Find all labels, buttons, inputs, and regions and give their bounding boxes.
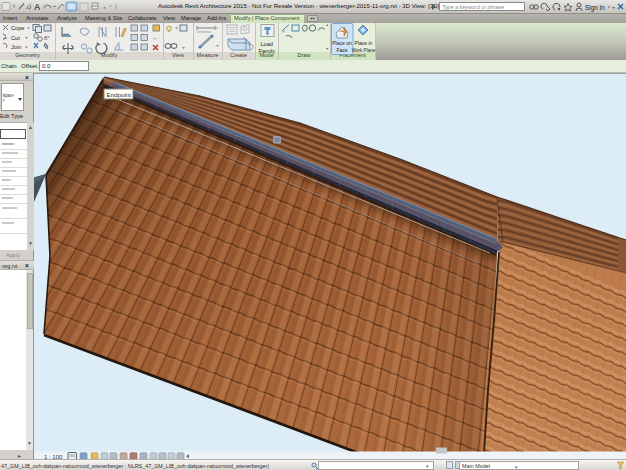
- svg-text:A: A: [34, 2, 41, 12]
- svg-text:Work Plane: Work Plane: [352, 47, 376, 52]
- svg-text:Endpoint: Endpoint: [107, 91, 132, 98]
- svg-text:Load: Load: [261, 40, 273, 46]
- svg-text:Join: Join: [11, 44, 21, 50]
- svg-text:8°: 8°: [44, 35, 50, 41]
- svg-text:Sign In: Sign In: [585, 4, 605, 12]
- svg-text:Family: Family: [259, 47, 276, 53]
- svg-text:Cut: Cut: [11, 34, 20, 40]
- svg-text:↔: ↔: [152, 35, 158, 41]
- svg-text:Place in: Place in: [355, 39, 373, 45]
- svg-text:Place on: Place on: [332, 39, 352, 45]
- svg-text:Cope: Cope: [11, 25, 24, 31]
- svg-text:Face: Face: [336, 46, 347, 52]
